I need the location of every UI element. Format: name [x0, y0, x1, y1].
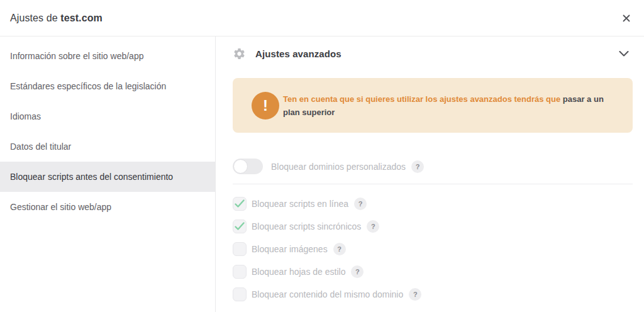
sidebar-item-site-info[interactable]: Información sobre el sitio web/app — [0, 41, 215, 71]
warning-text-highlight: Ten en cuenta que si quieres utilizar lo… — [283, 94, 560, 104]
checkbox-row-stylesheets: Bloquear hojas de estilo ? — [233, 260, 633, 283]
checkbox-row-sync-scripts: Bloquear scripts sincrónicos ? — [233, 215, 633, 238]
exclamation-icon: ! — [252, 92, 279, 120]
section-divider — [233, 184, 633, 184]
checkbox-block-sync-scripts[interactable] — [233, 220, 247, 233]
checkbox-block-same-domain-content[interactable] — [233, 287, 247, 301]
panel-title: Ajustes avanzados — [255, 48, 341, 59]
checkbox-row-images: Bloquear imágenes ? — [233, 238, 633, 260]
checkbox-block-inline-scripts[interactable] — [233, 197, 247, 211]
chevron-down-icon[interactable] — [619, 51, 629, 57]
dialog-body: Información sobre el sitio web/app Están… — [0, 36, 644, 312]
sidebar-item-languages[interactable]: Idiomas — [0, 101, 215, 131]
close-icon[interactable] — [619, 11, 634, 26]
toggle-label: Bloquear dominios personalizados — [271, 162, 406, 172]
checkbox-label: Bloquear contenido del mismo dominio — [252, 289, 403, 299]
dialog-title-domain: test.com — [60, 13, 103, 23]
sidebar-item-manage-site[interactable]: Gestionar el sitio web/app — [0, 192, 215, 222]
upgrade-plan-link-line2[interactable]: plan superior — [283, 108, 335, 117]
help-icon[interactable]: ? — [351, 265, 364, 278]
sidebar-item-owner-data[interactable]: Datos del titular — [0, 131, 215, 162]
toggle-knob — [233, 159, 248, 174]
checkbox-row-inline-scripts: Bloquear scripts en línea ? — [233, 192, 633, 215]
help-icon[interactable]: ? — [411, 160, 424, 173]
sidebar: Información sobre el sitio web/app Están… — [0, 36, 216, 312]
checkbox-label: Bloquear hojas de estilo — [252, 267, 345, 277]
checkbox-label: Bloquear imágenes — [252, 244, 328, 254]
checkbox-label: Bloquear scripts en línea — [252, 199, 348, 209]
checkbox-row-same-domain: Bloquear contenido del mismo dominio ? — [233, 283, 633, 306]
checkbox-label: Bloquear scripts sincrónicos — [252, 221, 361, 231]
checkbox-block-images[interactable] — [233, 242, 247, 256]
dialog-title-prefix: Ajustes de — [10, 13, 60, 23]
help-icon[interactable]: ? — [367, 220, 379, 233]
gear-icon — [233, 47, 246, 60]
help-icon[interactable]: ? — [354, 198, 367, 210]
block-custom-domains-row: Bloquear dominios personalizados ? — [233, 159, 633, 174]
help-icon[interactable]: ? — [333, 243, 346, 255]
dialog-header: Ajustes de test.com — [0, 0, 644, 36]
site-settings-dialog: Ajustes de test.com Información sobre el… — [0, 0, 644, 312]
warning-text: Ten en cuenta que si quieres utilizar lo… — [283, 92, 604, 119]
sidebar-item-legislation-standards[interactable]: Estándares específicos de la legislación — [0, 71, 215, 101]
dialog-title: Ajustes de test.com — [10, 13, 103, 24]
panel-header: Ajustes avanzados — [233, 36, 633, 70]
sidebar-item-block-scripts[interactable]: Bloquear scripts antes del consentimient… — [0, 162, 215, 192]
advanced-settings-panel: Ajustes avanzados ! Ten en cuenta que si… — [216, 36, 644, 312]
checkbox-block-stylesheets[interactable] — [233, 265, 247, 279]
upgrade-warning-banner: ! Ten en cuenta que si quieres utilizar … — [233, 78, 633, 133]
upgrade-plan-link[interactable]: pasar a un — [563, 94, 604, 104]
blocking-options-list: Bloquear scripts en línea ? Bloquear scr… — [233, 192, 633, 306]
help-icon[interactable]: ? — [409, 288, 421, 301]
block-custom-domains-toggle[interactable] — [233, 159, 263, 174]
